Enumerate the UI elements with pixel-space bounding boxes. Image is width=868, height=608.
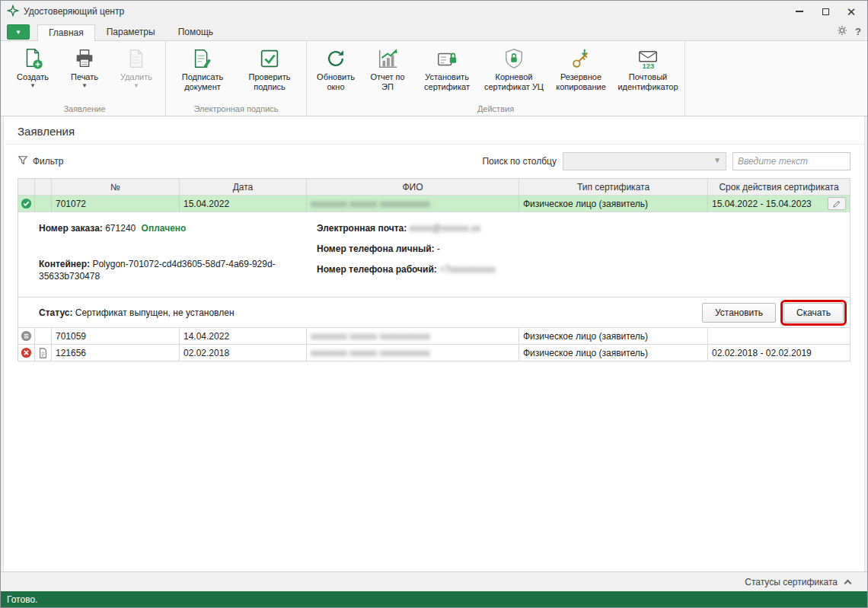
refresh-icon — [324, 47, 347, 70]
search-cluster: Поиск по столбцу ▼ — [482, 152, 850, 170]
search-input[interactable] — [732, 152, 850, 170]
table-row[interactable]: 121656 02.02.2018 xxxxxxxx xxxxxx xxxxxx… — [18, 345, 850, 361]
doc-icon — [35, 345, 52, 361]
header-validity[interactable]: Срок действия сертификата — [708, 179, 850, 195]
filter-button[interactable]: Фильтр — [18, 155, 63, 168]
cell-number: 121656 — [52, 345, 180, 361]
es-report-button[interactable]: Отчет по ЭП — [362, 44, 413, 95]
print-button[interactable]: Печать ▼ — [59, 44, 110, 92]
status-ok-icon — [18, 196, 35, 212]
cell-fio: xxxxxxxx xxxxxx xxxxxxxxxxx — [307, 196, 519, 212]
app-window: Удостоверяющий центр ✕ ▼ Главная Парамет… — [0, 0, 868, 608]
ribbon: Создать ▼ Печать ▼ Удалить ▼ — [1, 40, 867, 116]
delete-icon — [125, 47, 148, 70]
ribbon-group-application: Создать ▼ Печать ▼ Удалить ▼ — [4, 41, 166, 116]
phone-personal-label: Номер телефона личный: — [317, 244, 435, 254]
window-title: Удостоверяющий центр — [24, 6, 124, 17]
chevron-down-icon: ▼ — [713, 156, 721, 164]
app-menu-button[interactable]: ▼ — [7, 24, 30, 40]
cell-date: 14.04.2022 — [180, 328, 307, 344]
header-fio[interactable]: ФИО — [307, 179, 519, 195]
container-field: Контейнер: Polygon-701072-cd4d3605-58d7-… — [39, 258, 302, 282]
backup-button[interactable]: Резервное копирование — [547, 44, 614, 95]
root-certificate-button-label: Корневой сертификат УЦ — [483, 72, 545, 92]
root-certificate-button[interactable]: Корневой сертификат УЦ — [480, 44, 547, 95]
create-button-label: Создать — [17, 72, 49, 82]
cell-validity: 02.02.2018 - 02.02.2019 — [708, 345, 850, 361]
backup-icon — [570, 47, 592, 70]
tabstrip-right: ? — [837, 25, 861, 40]
table-row[interactable]: 701059 14.04.2022 xxxxxxxx xxxxxx xxxxxx… — [18, 328, 850, 345]
filter-toolbar: Фильтр Поиск по столбцу ▼ — [4, 145, 864, 170]
empty-area — [4, 361, 864, 571]
install-certificate-button-label: Установить сертификат — [416, 72, 478, 92]
email-value: xxxxx@xxxxxx.xx — [410, 223, 481, 234]
phone-work-label: Номер телефона рабочий: — [317, 264, 437, 275]
tab-glavnaya[interactable]: Главная — [37, 24, 95, 41]
install-certificate-button[interactable]: Установить сертификат — [413, 44, 480, 95]
email-field: Электронная почта: xxxxx@xxxxxx.xx — [317, 223, 496, 234]
print-button-label: Печать — [71, 72, 98, 82]
verify-signature-button-label: Проверить подпись — [238, 72, 301, 92]
certificate-status-row: Статус: Сертификат выпущен, не установле… — [18, 298, 850, 328]
minimize-icon — [796, 11, 803, 12]
doc-icon-cell — [35, 328, 52, 344]
table-row-selected[interactable]: 701072 15.04.2022 xxxxxxxx xxxxxx xxxxxx… — [18, 196, 850, 212]
header-cert-type[interactable]: Тип сертификата — [519, 179, 708, 195]
header-date[interactable]: Дата — [180, 179, 307, 195]
create-icon — [21, 47, 44, 70]
chevron-down-icon: ▼ — [81, 83, 88, 89]
email-label: Электронная почта: — [317, 223, 407, 234]
phone-work-field: Номер телефона рабочий: +7xxxxxxxxxx — [317, 264, 496, 275]
window-controls: ✕ — [787, 2, 864, 21]
refresh-window-button-label: Обновить окно — [312, 72, 359, 92]
funnel-icon — [18, 155, 28, 168]
order-number-label: Номер заказа: — [39, 223, 103, 234]
minimize-button[interactable] — [787, 2, 812, 21]
cell-fio: xxxxxxxx xxxxxx xxxxxxxxxxx — [307, 345, 519, 361]
container-label: Контейнер: — [39, 259, 90, 269]
chevron-up-icon — [844, 579, 852, 587]
sign-document-icon — [191, 47, 214, 70]
filter-label: Фильтр — [33, 156, 63, 167]
help-icon[interactable]: ? — [855, 26, 861, 37]
cell-validity — [708, 328, 850, 344]
create-button[interactable]: Создать ▼ — [7, 44, 59, 92]
download-button[interactable]: Скачать — [783, 303, 844, 323]
mail-identifier-button[interactable]: 123 Почтовый идентификатор — [614, 44, 681, 95]
report-icon — [376, 47, 399, 70]
header-number[interactable]: № — [52, 179, 180, 195]
order-paid-badge: Оплачено — [142, 223, 187, 234]
gear-icon[interactable] — [837, 25, 847, 38]
verify-signature-icon — [258, 47, 281, 70]
table-header-row: № Дата ФИО Тип сертификата Срок действия… — [18, 179, 850, 196]
install-button[interactable]: Установить — [702, 303, 776, 323]
certificate-statuses-panel-header[interactable]: Статусы сертификата — [1, 571, 867, 591]
print-icon — [73, 47, 96, 70]
close-button[interactable]: ✕ — [838, 2, 864, 21]
edit-row-button[interactable] — [828, 197, 846, 210]
tab-pomosch[interactable]: Помощь — [167, 24, 225, 40]
delete-button-label: Удалить — [120, 72, 152, 82]
order-number-value: 671240 — [105, 223, 136, 234]
application-details-panel: Номер заказа: 671240 Оплачено Контейнер:… — [18, 212, 850, 298]
ribbon-tab-strip: ▼ Главная Параметры Помощь ? — [1, 22, 867, 40]
sign-document-button[interactable]: Подписать документ — [169, 44, 236, 95]
delete-button[interactable]: Удалить ▼ — [110, 44, 162, 92]
doc-icon-cell — [35, 196, 52, 212]
phone-personal-value: - — [437, 244, 440, 254]
refresh-window-button[interactable]: Обновить окно — [310, 44, 362, 95]
mail-identifier-button-label: Почтовый идентификатор — [617, 72, 679, 92]
backup-button-label: Резервное копирование — [550, 72, 612, 92]
search-column-label: Поиск по столбцу — [482, 156, 557, 167]
verify-signature-button[interactable]: Проверить подпись — [236, 44, 303, 95]
maximize-button[interactable] — [812, 2, 838, 21]
tab-parametry[interactable]: Параметры — [95, 24, 167, 40]
root-certificate-icon — [503, 47, 525, 70]
search-column-select[interactable]: ▼ — [563, 152, 726, 170]
title-bar: Удостоверяющий центр ✕ — [1, 1, 867, 22]
es-report-button-label: Отчет по ЭП — [364, 72, 411, 92]
page-title: Заявления — [4, 116, 864, 145]
ribbon-group-label-actions: Действия — [310, 103, 681, 116]
chevron-down-icon: ▼ — [15, 29, 21, 36]
